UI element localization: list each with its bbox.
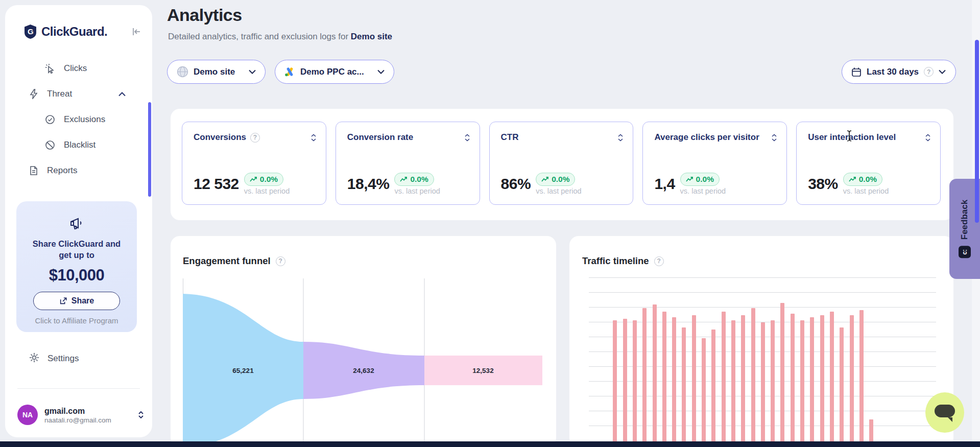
stat-value: 1,4 xyxy=(654,175,675,193)
sidebar-item-threat[interactable]: Threat xyxy=(5,81,152,107)
sidebar-item-exclusions[interactable]: Exclusions xyxy=(5,107,152,132)
page-title: Analytics xyxy=(167,5,242,25)
traffic-bar xyxy=(840,327,844,447)
traffic-bar xyxy=(751,308,755,447)
sort-metric-icon[interactable] xyxy=(771,134,777,142)
traffic-bar xyxy=(771,320,775,447)
funnel-title: Engagement funnel xyxy=(183,255,271,267)
subtitle-site-name: Demo site xyxy=(351,32,392,41)
clickguard-logo: G ClickGuard. xyxy=(23,24,107,39)
traffic-bar xyxy=(672,317,676,447)
funnel-value-2: 24,632 xyxy=(353,367,374,374)
promo-amount: $10,000 xyxy=(16,266,137,285)
sort-metric-icon[interactable] xyxy=(617,134,624,142)
traffic-bar xyxy=(859,310,864,447)
stats-panel: Conversions ? 12 532 0.0% vs. last perio… xyxy=(171,109,953,220)
help-icon[interactable]: ? xyxy=(924,67,934,77)
funnel-value-1: 65,221 xyxy=(232,367,254,374)
sidebar-item-reports[interactable]: Reports xyxy=(5,158,152,183)
traffic-bar xyxy=(722,312,726,447)
stat-card-conversion-rate: Conversion rate 18,4% 0.0% vs. last peri… xyxy=(336,122,480,205)
traffic-timeline-card: Traffic timeline ? xyxy=(569,236,953,447)
traffic-bar xyxy=(850,315,854,447)
sort-metric-icon[interactable] xyxy=(925,134,931,142)
delta-caption: vs. last period xyxy=(394,187,440,195)
page-scrollbar-thumb[interactable] xyxy=(975,40,979,223)
account-email: naatali.ro@gmail.com xyxy=(44,416,111,424)
account-switcher[interactable]: NA gmail.com naatali.ro@gmail.com xyxy=(17,402,144,428)
calendar-icon xyxy=(851,67,862,77)
delta-caption: vs. last period xyxy=(244,187,290,195)
traffic-bar xyxy=(800,320,804,447)
sidebar-item-label: Blacklist xyxy=(64,140,95,150)
help-icon[interactable]: ? xyxy=(276,256,285,266)
traffic-bar xyxy=(810,317,814,447)
date-range-label: Last 30 days xyxy=(867,67,919,77)
affiliate-promo-card[interactable]: Share ClickGuard and get up to $10,000 S… xyxy=(16,201,137,332)
sidebar-item-blacklist[interactable]: Blacklist xyxy=(5,132,152,158)
stat-card-interaction-level: User interaction level 38% 0.0% vs. last… xyxy=(796,122,941,205)
sort-metric-icon[interactable] xyxy=(464,134,470,142)
sidebar-item-settings[interactable]: Settings xyxy=(5,348,152,369)
sidebar-item-label: Threat xyxy=(47,89,72,99)
settings-label: Settings xyxy=(47,354,79,364)
sort-metric-icon[interactable] xyxy=(310,134,317,142)
help-icon[interactable]: ? xyxy=(654,256,664,266)
sidebar-scrollbar-thumb[interactable] xyxy=(148,102,151,197)
sidebar-item-clicks[interactable]: Clicks xyxy=(5,56,152,81)
traffic-bar xyxy=(623,319,627,447)
delta-value: 0.0% xyxy=(696,175,714,184)
chevron-down-icon xyxy=(377,69,385,74)
sidebar-header: G ClickGuard. xyxy=(23,21,142,42)
traffic-bar xyxy=(780,303,784,447)
traffic-bar xyxy=(662,312,666,447)
trend-up-icon xyxy=(686,176,694,182)
traffic-bar xyxy=(692,315,696,447)
stat-value: 18,4% xyxy=(347,175,390,193)
sidebar-divider xyxy=(17,388,140,389)
share-button-label: Share xyxy=(71,296,94,305)
funnel-chart: 65,221 24,632 12,532 xyxy=(183,278,542,447)
traffic-bar xyxy=(711,330,715,447)
delta-badge: 0.0% xyxy=(680,173,720,186)
delta-caption: vs. last period xyxy=(843,187,889,195)
traffic-bar xyxy=(642,308,647,447)
stat-label: Average clicks per visitor xyxy=(654,132,759,143)
stat-label: Conversion rate xyxy=(347,132,413,143)
prohibit-icon xyxy=(45,140,55,150)
feedback-label: Feedback xyxy=(960,200,970,240)
delta-caption: vs. last period xyxy=(680,187,726,195)
google-ads-icon xyxy=(284,67,295,77)
traffic-bar xyxy=(613,320,617,447)
chevron-up-icon[interactable] xyxy=(118,92,126,97)
cursor-click-icon xyxy=(45,63,55,74)
delta-value: 0.0% xyxy=(260,175,278,184)
external-link-icon xyxy=(59,297,67,305)
stat-label: Conversions xyxy=(194,132,246,143)
stat-value: 38% xyxy=(808,175,838,193)
help-icon[interactable]: ? xyxy=(250,133,260,143)
clickguard-shield-icon: G xyxy=(23,24,37,39)
traffic-timeline-plot xyxy=(589,274,936,447)
account-info: gmail.com naatali.ro@gmail.com xyxy=(44,406,111,424)
chat-launcher-button[interactable] xyxy=(925,392,964,433)
chevron-down-icon xyxy=(939,69,946,74)
sidebar-nav: Clicks Threat Exclusi xyxy=(5,56,152,183)
ppc-account-selector[interactable]: Demo PPC ac... xyxy=(275,60,394,84)
logo-text: ClickGuard. xyxy=(41,25,107,39)
delta-value: 0.0% xyxy=(552,175,569,184)
date-range-selector[interactable]: Last 30 days ? xyxy=(842,60,956,84)
share-button[interactable]: Share xyxy=(33,292,120,310)
trend-up-icon xyxy=(541,176,549,182)
sidebar-collapse-icon[interactable] xyxy=(131,26,142,37)
delta-value: 0.0% xyxy=(859,175,877,184)
avatar: NA xyxy=(17,405,38,425)
traffic-bars xyxy=(589,277,936,441)
delta-badge: 0.0% xyxy=(843,173,882,186)
affiliate-link-text[interactable]: Click to Affiliate Program xyxy=(16,316,137,325)
svg-text:G: G xyxy=(28,27,33,36)
sidebar: G ClickGuard. Clicks xyxy=(5,5,152,437)
site-selector[interactable]: Demo site xyxy=(167,60,266,84)
delta-badge: 0.0% xyxy=(394,173,434,186)
globe-icon xyxy=(177,66,188,78)
